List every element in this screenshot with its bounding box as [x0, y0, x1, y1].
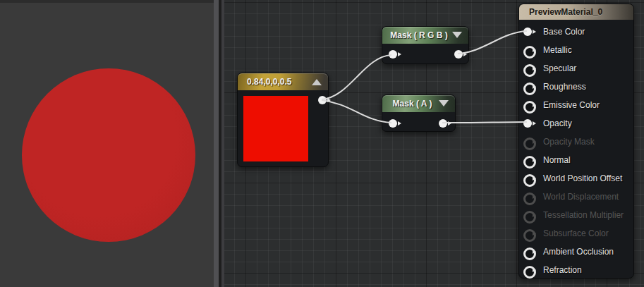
material-input-label: Opacity Mask: [543, 137, 595, 147]
node-mask-a[interactable]: Mask ( A ): [382, 94, 456, 132]
material-input-label: Normal: [543, 155, 571, 165]
material-editor: 0.84,0,0,0.5 Mask ( R G B ) Mask ( A ): [0, 0, 644, 287]
material-input-subsurface-color: Subsurface Color: [519, 224, 633, 243]
node-constant-0.84-0-0-0.5[interactable]: 0.84,0,0,0.5: [237, 73, 329, 167]
input-pin-icon: [523, 229, 532, 238]
mask-rgb-output-pin[interactable]: [454, 50, 463, 59]
material-input-label: World Position Offset: [543, 173, 622, 183]
material-input-normal: Normal: [519, 151, 633, 169]
material-input-label: Tessellation Multiplier: [543, 210, 624, 220]
preview-viewport[interactable]: [0, 0, 214, 287]
material-input-label: Metallic: [543, 45, 572, 55]
constant-color-swatch[interactable]: [243, 96, 308, 161]
material-input-roughness: Roughness: [519, 78, 633, 96]
mask-rgb-input-pin[interactable]: [389, 50, 397, 59]
input-pin-icon: [523, 211, 532, 219]
material-input-world-displacement: World Displacement: [519, 188, 633, 206]
mask-a-output-pin[interactable]: [439, 119, 447, 128]
input-pin-icon[interactable]: [523, 83, 532, 91]
material-input-label: Roughness: [543, 82, 586, 92]
material-input-opacity-mask: Opacity Mask: [519, 133, 633, 151]
triangle-down-icon[interactable]: [439, 100, 449, 106]
input-pin-icon[interactable]: [523, 101, 532, 109]
material-input-opacity: Opacity: [519, 114, 633, 133]
material-input-list: Base ColorMetallicSpecularRoughnessEmiss…: [519, 20, 633, 279]
input-pin-icon[interactable]: [523, 28, 532, 36]
input-pin-icon: [523, 193, 532, 201]
material-node-title: PreviewMaterial_0: [529, 7, 602, 17]
constant-node-title: 0.84,0,0,0.5: [247, 77, 291, 87]
preview-sphere: [22, 68, 195, 242]
material-input-tessellation-multiplier: Tessellation Multiplier: [519, 206, 633, 224]
input-pin-icon[interactable]: [523, 119, 532, 128]
input-pin-icon[interactable]: [523, 266, 532, 274]
input-pin-icon: [523, 138, 532, 146]
material-input-ambient-occlusion: Ambient Occlusion: [519, 243, 633, 261]
wire-constant-to-mask-rgb: [322, 55, 391, 99]
material-input-world-position-offset: World Position Offset: [519, 169, 633, 188]
mask-rgb-node-header[interactable]: Mask ( R G B ): [382, 27, 468, 44]
node-preview-material[interactable]: PreviewMaterial_0 Base ColorMetallicSpec…: [518, 4, 634, 279]
material-input-label: Subsurface Color: [543, 228, 609, 238]
mask-a-node-header[interactable]: Mask ( A ): [382, 95, 455, 112]
material-input-label: Emissive Color: [543, 100, 600, 110]
material-input-refraction: Refraction: [519, 261, 633, 279]
input-pin-icon[interactable]: [523, 46, 532, 54]
input-pin-icon[interactable]: [523, 248, 532, 256]
material-input-label: Opacity: [543, 118, 572, 128]
viewport-top-border: [0, 0, 214, 3]
panel-splitter[interactable]: [214, 0, 219, 287]
material-input-base-color: Base Color: [519, 23, 633, 41]
mask-a-node-title: Mask ( A ): [393, 99, 432, 109]
material-input-emissive-color: Emissive Color: [519, 96, 633, 114]
node-graph-canvas[interactable]: 0.84,0,0,0.5 Mask ( R G B ) Mask ( A ): [224, 0, 644, 287]
material-input-label: Refraction: [543, 265, 582, 275]
constant-node-header[interactable]: 0.84,0,0,0.5: [238, 73, 328, 90]
input-pin-icon[interactable]: [523, 174, 532, 183]
input-pin-icon[interactable]: [523, 64, 532, 73]
node-mask-rgb[interactable]: Mask ( R G B ): [382, 26, 469, 64]
material-node-header[interactable]: PreviewMaterial_0: [519, 4, 633, 20]
material-input-specular: Specular: [519, 59, 633, 78]
material-input-label: Ambient Occlusion: [543, 247, 614, 257]
mask-a-input-pin[interactable]: [389, 119, 397, 128]
input-pin-icon[interactable]: [523, 156, 532, 164]
mask-rgb-node-title: Mask ( R G B ): [390, 30, 447, 40]
constant-output-pin[interactable]: [318, 96, 327, 104]
triangle-down-icon[interactable]: [452, 32, 462, 38]
material-input-metallic: Metallic: [519, 41, 633, 59]
material-input-label: Specular: [543, 63, 576, 73]
material-input-label: World Displacement: [543, 192, 619, 202]
triangle-up-icon[interactable]: [312, 79, 322, 85]
material-input-label: Base Color: [543, 27, 585, 37]
